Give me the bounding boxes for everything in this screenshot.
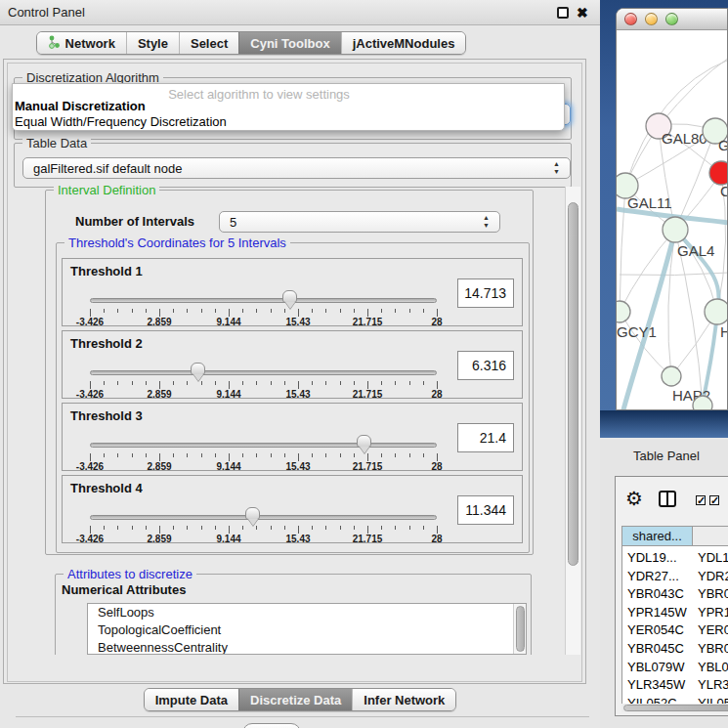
tab-jactivemnodules[interactable]: jActiveMNodules	[341, 32, 466, 54]
tab-style[interactable]: Style	[126, 32, 179, 54]
table-cell[interactable]: YDL19...	[627, 550, 677, 565]
tick-mark	[215, 309, 216, 313]
list-item[interactable]: SelfLoops	[88, 604, 526, 621]
tick-label: 28	[414, 534, 459, 544]
slider-track[interactable]	[90, 515, 437, 520]
gear-icon[interactable]: ⚙	[625, 487, 643, 510]
node-label: H	[720, 323, 728, 340]
tick-mark	[90, 309, 91, 317]
num-intervals-spinner[interactable]: 5 ▲▼	[219, 211, 500, 233]
tick-mark	[437, 381, 438, 389]
close-traffic-light-icon[interactable]	[624, 13, 637, 25]
tab-cyni-toolbox[interactable]: Cyni Toolbox	[238, 32, 340, 54]
node-table[interactable]: shared...nameYDL19...YDL19...YDR27...YDR…	[621, 526, 728, 711]
table-cell[interactable]: YER054C	[698, 622, 728, 637]
tick-mark	[146, 526, 147, 530]
table-cell[interactable]: YDR27...	[627, 569, 679, 583]
threshold-value-field[interactable]: 14.713	[457, 278, 514, 308]
zoom-traffic-light-icon[interactable]	[665, 13, 678, 25]
float-window-icon[interactable]	[557, 7, 569, 19]
table-cell[interactable]: YLR345W	[698, 677, 728, 692]
tick-mark	[381, 453, 382, 457]
network-node[interactable]	[693, 396, 712, 410]
slider-thumb[interactable]	[282, 290, 297, 303]
table-cell[interactable]: YPR145W	[627, 605, 687, 620]
threshold-value-field[interactable]: 6.316	[457, 351, 514, 380]
slider-thumb[interactable]	[357, 435, 371, 448]
network-view-window: GAL80GALCGAL11GAL4GCY1HHAP2	[616, 8, 728, 410]
table-cell[interactable]: YPR145W	[698, 605, 728, 620]
algorithm-option[interactable]: Equal Width/Frequency Discretization	[15, 114, 227, 129]
table-cell[interactable]: YBR043C	[698, 586, 728, 601]
slider-thumb[interactable]	[245, 507, 260, 520]
tab-discretize-data[interactable]: Discretize Data	[238, 689, 352, 710]
tick-mark	[423, 526, 424, 530]
table-cell[interactable]: YBR043C	[627, 586, 684, 601]
tick-mark	[159, 381, 160, 389]
table-cell[interactable]: YLR345W	[627, 677, 685, 692]
tab-infer-network[interactable]: Infer Network	[352, 689, 455, 710]
table-data-combobox[interactable]: galFiltered.sif default node ▲▼	[22, 157, 571, 179]
tab-network[interactable]: Network	[37, 32, 126, 54]
network-node[interactable]	[617, 301, 630, 322]
slider-thumb[interactable]	[191, 363, 205, 375]
threshold-label: Threshold 3	[70, 408, 143, 423]
tick-mark	[146, 381, 147, 385]
threshold-value-field[interactable]: 11.344	[457, 495, 514, 525]
slider-track[interactable]	[90, 298, 437, 303]
list-scrollbar[interactable]	[513, 604, 526, 655]
network-node[interactable]	[709, 161, 728, 185]
tick-mark	[298, 309, 299, 317]
network-node[interactable]	[663, 217, 688, 242]
column-header-shared-name[interactable]: shared...	[622, 527, 693, 546]
columns-icon[interactable]	[659, 491, 676, 507]
checkbox-icon[interactable]: ✓	[709, 495, 719, 505]
tick-mark	[437, 526, 438, 534]
tick-mark	[298, 453, 299, 461]
network-canvas[interactable]: GAL80GALCGAL11GAL4GCY1HHAP2	[617, 30, 728, 410]
minimize-traffic-light-icon[interactable]	[645, 13, 658, 25]
network-edge[interactable]	[620, 312, 671, 376]
table-cell[interactable]: YDL19...	[698, 550, 728, 565]
tick-mark	[340, 453, 341, 457]
table-hscroll-thumb[interactable]	[623, 705, 728, 711]
table-cell[interactable]: YER054C	[627, 622, 684, 637]
tick-label: 2.859	[137, 461, 182, 472]
table-cell[interactable]: YBL079W	[698, 660, 728, 674]
list-item[interactable]: BetweennessCentrality	[88, 639, 526, 655]
column-header-name[interactable]: name	[693, 527, 728, 546]
num-intervals-label: Number of Intervals	[75, 214, 194, 229]
table-cell[interactable]: YBL079W	[627, 660, 685, 674]
numerical-attributes-list[interactable]: SelfLoopsTopologicalCoefficientBetweenne…	[87, 603, 527, 655]
tick-mark	[256, 453, 257, 457]
algorithm-option[interactable]: Manual Discretization	[15, 99, 146, 113]
network-edge[interactable]	[620, 186, 625, 312]
network-node[interactable]	[705, 299, 728, 324]
tick-mark	[423, 309, 424, 313]
table-cell[interactable]: YBR045C	[627, 641, 684, 656]
checkbox-icon[interactable]: ✓	[696, 495, 706, 505]
table-cell[interactable]: YBR045C	[698, 641, 728, 656]
list-item[interactable]: TopologicalCoefficient	[88, 621, 526, 639]
settings-scroll-thumb[interactable]	[568, 202, 578, 566]
slider-track[interactable]	[90, 370, 437, 375]
tick-mark	[159, 309, 160, 317]
network-node[interactable]	[662, 366, 681, 386]
tab-impute-data[interactable]: Impute Data	[145, 689, 238, 710]
table-cell[interactable]: YDR27...	[698, 569, 728, 583]
tick-mark	[271, 526, 272, 530]
network-edge[interactable]	[659, 58, 728, 126]
node-label: GAL11	[627, 194, 672, 211]
tick-mark	[187, 309, 188, 313]
table-hscrollbar[interactable]	[621, 704, 728, 712]
slider-track[interactable]	[90, 443, 437, 448]
threshold-value-field[interactable]: 21.4	[457, 423, 514, 452]
tick-mark	[229, 309, 230, 317]
apply-button[interactable]: Apply	[242, 723, 301, 728]
close-icon[interactable]: ✖	[577, 7, 588, 19]
tick-label: -3.426	[67, 389, 112, 400]
tab-select[interactable]: Select	[179, 32, 238, 54]
settings-scrollbar[interactable]	[565, 187, 580, 655]
list-scroll-thumb[interactable]	[516, 606, 525, 652]
network-desktop: GAL80GALCGAL11GAL4GCY1HHAP2	[600, 0, 728, 438]
